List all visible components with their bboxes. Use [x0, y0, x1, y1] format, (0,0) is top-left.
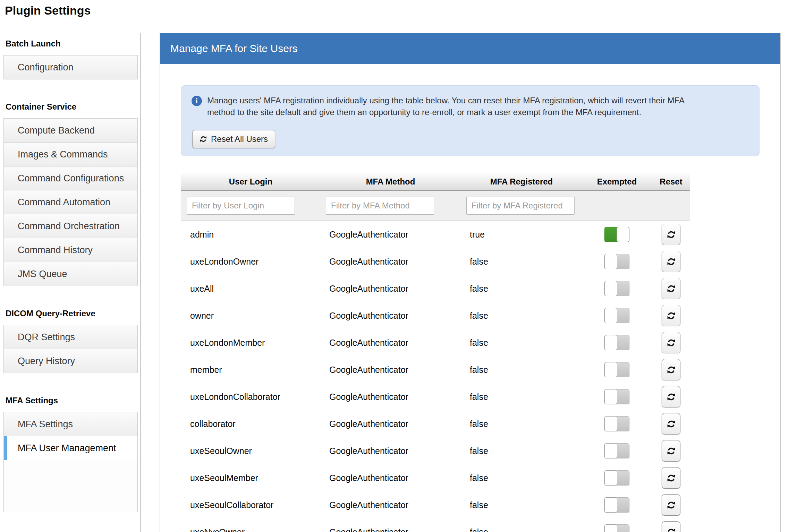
- sidebar-item-label: MFA User Management: [18, 443, 116, 453]
- cell-mfa-method: GoogleAuthenticator: [320, 338, 461, 348]
- toggle-knob: [617, 227, 629, 242]
- refresh-icon: [667, 473, 676, 483]
- filter-user-login-input[interactable]: [187, 197, 295, 215]
- exempted-toggle[interactable]: [604, 470, 629, 486]
- filter-mfa-method-input[interactable]: [326, 197, 434, 215]
- sidebar-section-title-container-service: Container Service: [0, 102, 141, 112]
- cell-user-login: uxeLondonOwner: [181, 257, 320, 267]
- sidebar-item-command-automation[interactable]: Command Automation: [3, 190, 138, 214]
- table-header-row: User LoginMFA MethodMFA RegisteredExempt…: [181, 173, 690, 191]
- cell-user-login: member: [181, 365, 320, 375]
- cell-user-login: admin: [181, 230, 320, 240]
- sidebar-empty-box: [3, 460, 138, 512]
- exempted-toggle[interactable]: [604, 281, 629, 296]
- column-header-mfa-registered: MFA Registered: [461, 177, 582, 187]
- exempted-toggle[interactable]: [604, 308, 629, 323]
- refresh-icon: [667, 419, 676, 429]
- cell-reset: [652, 494, 690, 516]
- toggle-knob: [604, 254, 617, 269]
- exempted-toggle[interactable]: [604, 254, 629, 269]
- sidebar-item-label: Compute Backend: [18, 125, 95, 136]
- sidebar-item-label: Command Automation: [18, 197, 110, 207]
- cell-mfa-registered: false: [461, 311, 582, 321]
- cell-reset: [652, 440, 690, 462]
- exempted-toggle[interactable]: [604, 362, 629, 377]
- sidebar-section: MFA Settings MFA Settings MFA User Manag…: [0, 395, 141, 460]
- sidebar-item-jms-queue[interactable]: JMS Queue: [3, 262, 138, 286]
- cell-user-login: uxeLondonCollaborator: [181, 392, 320, 402]
- sidebar-item-images-commands[interactable]: Images & Commands: [3, 143, 138, 166]
- filter-mfa-registered-input[interactable]: [466, 197, 575, 215]
- filter-cell-user-login: [181, 197, 320, 215]
- table-row-admin: admin GoogleAuthenticator true: [181, 221, 690, 248]
- cell-mfa-method: GoogleAuthenticator: [320, 257, 461, 267]
- reset-user-button[interactable]: [662, 359, 680, 380]
- cell-user-login: uxeSeoulOwner: [181, 446, 320, 456]
- exempted-toggle[interactable]: [604, 227, 629, 242]
- filter-cell-mfa-method: [320, 197, 461, 215]
- reset-user-button[interactable]: [662, 251, 680, 272]
- cell-reset: [652, 305, 690, 326]
- reset-user-button[interactable]: [662, 413, 680, 435]
- toggle-knob: [604, 470, 617, 486]
- exempted-toggle[interactable]: [604, 389, 629, 404]
- refresh-icon: [667, 311, 676, 320]
- panel-title: Manage MFA for Site Users: [170, 43, 298, 54]
- sidebar-item-command-configurations[interactable]: Command Configurations: [3, 166, 138, 190]
- cell-mfa-method: GoogleAuthenticator: [320, 527, 461, 532]
- table-row-uxelondonmember: uxeLondonMember GoogleAuthenticator fals…: [181, 329, 690, 356]
- toggle-knob: [604, 308, 617, 323]
- exempted-toggle[interactable]: [604, 497, 629, 513]
- reset-user-button[interactable]: [662, 386, 680, 407]
- toggle-knob: [604, 497, 617, 513]
- cell-exempted: [582, 254, 652, 269]
- exempted-toggle[interactable]: [604, 335, 629, 350]
- refresh-icon: [667, 527, 676, 532]
- sidebar-item-compute-backend[interactable]: Compute Backend: [3, 118, 138, 143]
- sidebar-item-mfa-user-management[interactable]: MFA User Management: [3, 436, 138, 460]
- sidebar-item-command-history[interactable]: Command History: [3, 238, 138, 262]
- cell-mfa-registered: false: [461, 257, 582, 267]
- cell-user-login: uxeSeoulCollaborator: [181, 500, 320, 510]
- cell-reset: [652, 278, 690, 299]
- exempted-toggle[interactable]: [604, 416, 629, 431]
- reset-user-button[interactable]: [662, 440, 680, 462]
- reset-user-button[interactable]: [662, 494, 680, 516]
- panel-header: Manage MFA for Site Users: [160, 33, 780, 64]
- sidebar-section: DICOM Query-Retrieve DQR Settings Query …: [0, 308, 141, 373]
- refresh-icon: [667, 284, 676, 293]
- reset-user-button[interactable]: [662, 467, 680, 489]
- column-header-reset: Reset: [652, 177, 690, 187]
- sidebar-item-configuration[interactable]: Configuration: [3, 55, 138, 79]
- cell-reset: [652, 332, 690, 353]
- reset-all-users-button[interactable]: Reset All Users: [192, 130, 275, 148]
- sidebar: Batch Launch Configuration Container Ser…: [0, 33, 141, 512]
- sidebar-section-items: MFA Settings MFA User Management: [3, 412, 138, 460]
- refresh-icon: [667, 392, 676, 402]
- cell-exempted: [582, 308, 652, 323]
- reset-user-button[interactable]: [662, 224, 680, 245]
- sidebar-item-dqr-settings[interactable]: DQR Settings: [3, 325, 138, 349]
- sidebar-item-query-history[interactable]: Query History: [3, 349, 138, 373]
- exempted-toggle[interactable]: [604, 443, 629, 458]
- exempted-toggle[interactable]: [604, 524, 629, 532]
- sidebar-item-command-orchestration[interactable]: Command Orchestration: [3, 214, 138, 238]
- cell-mfa-registered: false: [461, 446, 582, 456]
- cell-exempted: [582, 416, 652, 431]
- sidebar-item-mfa-settings[interactable]: MFA Settings: [3, 412, 138, 436]
- cell-reset: [652, 467, 690, 489]
- reset-user-button[interactable]: [662, 305, 680, 326]
- page-title: Plugin Settings: [5, 3, 789, 18]
- mfa-panel: Manage MFA for Site Users i Manage users…: [160, 33, 781, 532]
- refresh-icon: [667, 365, 676, 375]
- reset-user-button[interactable]: [662, 278, 680, 299]
- cell-reset: [652, 359, 690, 380]
- cell-mfa-method: GoogleAuthenticator: [320, 230, 461, 240]
- reset-user-button[interactable]: [662, 332, 680, 353]
- sidebar-item-label: Command Configurations: [18, 173, 124, 183]
- sidebar-section-title-batch-launch: Batch Launch: [0, 38, 141, 49]
- reset-user-button[interactable]: [662, 521, 680, 532]
- cell-mfa-registered: false: [461, 419, 582, 429]
- table-row-uxelondoncollaborator: uxeLondonCollaborator GoogleAuthenticato…: [181, 383, 690, 410]
- cell-exempted: [582, 362, 652, 377]
